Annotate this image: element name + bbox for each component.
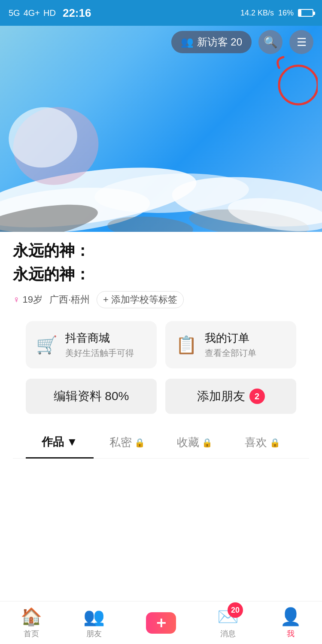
location-label: 广西·梧州 xyxy=(49,293,90,306)
add-friend-button[interactable]: 添加朋友 2 xyxy=(165,379,296,414)
profile-section: 永远的神： 永远的神： ♀ 19岁 广西·梧州 + 添加学校等标签 🛒 抖音商城… xyxy=(0,232,322,459)
profile-name-2: 永远的神： xyxy=(13,264,309,285)
signal-info: 5G 4G+ HD 22:16 xyxy=(9,6,91,20)
shop-card[interactable]: 🛒 抖音商城 美好生活触手可得 xyxy=(26,321,157,368)
tab-private-label: 私密 xyxy=(109,435,132,450)
profile-nav-icon: 👤 xyxy=(280,607,301,627)
visitor-button[interactable]: 👥 新访客 20 xyxy=(171,31,252,53)
location-tag: 广西·梧州 xyxy=(49,293,90,306)
menu-button[interactable]: ☰ xyxy=(289,30,313,54)
tab-favorites[interactable]: 收藏 🔒 xyxy=(161,427,229,458)
age-tag: ♀ 19岁 xyxy=(13,293,43,306)
home-label: 首页 xyxy=(24,629,39,639)
orders-text: 我的订单 查看全部订单 xyxy=(205,331,256,359)
profile-banner: 👥 新访客 20 🔍 ☰ xyxy=(0,26,322,232)
nav-add[interactable]: ＋ xyxy=(146,612,176,634)
tab-likes[interactable]: 喜欢 🔒 xyxy=(229,427,297,458)
messages-badge: 20 xyxy=(228,602,243,618)
signal-5g: 5G xyxy=(9,8,20,18)
search-button[interactable]: 🔍 xyxy=(258,30,283,54)
add-tag-button[interactable]: + 添加学校等标签 xyxy=(97,291,184,308)
tab-private[interactable]: 私密 🔒 xyxy=(94,427,161,458)
profile-nav-label: 我 xyxy=(287,629,295,639)
profile-tags: ♀ 19岁 广西·梧州 + 添加学校等标签 xyxy=(13,291,309,308)
nav-profile[interactable]: 👤 我 xyxy=(280,607,301,639)
visitor-icon: 👥 xyxy=(181,36,194,48)
favorites-lock-icon: 🔒 xyxy=(202,437,213,448)
search-icon: 🔍 xyxy=(264,36,277,49)
shop-icon: 🛒 xyxy=(36,335,58,355)
bottom-navigation: 🏠 首页 👥 朋友 ＋ ✉️ 20 消息 👤 我 xyxy=(0,601,322,644)
nav-home[interactable]: 🏠 首页 xyxy=(21,607,42,639)
nav-messages[interactable]: ✉️ 20 消息 xyxy=(217,607,239,639)
shop-title: 抖音商城 xyxy=(65,331,134,346)
signal-4g: 4G+ xyxy=(24,8,40,18)
edit-profile-button[interactable]: 编辑资料 80% xyxy=(26,379,157,414)
add-button[interactable]: ＋ xyxy=(146,612,176,634)
visitor-label: 新访客 20 xyxy=(197,35,242,49)
friends-icon: 👥 xyxy=(83,607,105,627)
action-cards: 🛒 抖音商城 美好生活触手可得 📋 我的订单 查看全部订单 xyxy=(26,321,296,368)
likes-lock-icon: 🔒 xyxy=(270,437,280,448)
top-action-bar: 👥 新访客 20 🔍 ☰ xyxy=(171,30,313,54)
hd-label: HD xyxy=(43,8,56,18)
nav-friends[interactable]: 👥 朋友 xyxy=(83,607,105,639)
add-friend-badge: 2 xyxy=(249,389,265,404)
add-tag-label: + 添加学校等标签 xyxy=(103,293,177,306)
tab-favorites-label: 收藏 xyxy=(177,435,199,450)
messages-label: 消息 xyxy=(220,629,236,639)
private-lock-icon: 🔒 xyxy=(134,437,145,448)
orders-card[interactable]: 📋 我的订单 查看全部订单 xyxy=(165,321,296,368)
shop-text: 抖音商城 美好生活触手可得 xyxy=(65,331,134,359)
battery-percent: 16% xyxy=(278,9,294,18)
battery-icon xyxy=(298,9,313,17)
time: 22:16 xyxy=(63,6,91,20)
network-speed: 14.2 KB/s xyxy=(240,9,274,18)
add-icon: ＋ xyxy=(153,612,169,633)
tab-works-label: 作品 xyxy=(42,434,64,450)
brush-decoration xyxy=(0,26,322,232)
orders-subtitle: 查看全部订单 xyxy=(205,347,256,359)
system-icons: 14.2 KB/s 16% xyxy=(240,9,313,18)
gender-icon: ♀ xyxy=(13,294,20,305)
orders-icon: 📋 xyxy=(176,335,197,355)
menu-icon: ☰ xyxy=(297,36,307,49)
tab-works[interactable]: 作品 ▼ xyxy=(26,427,94,459)
age-label: 19岁 xyxy=(23,293,43,306)
home-icon: 🏠 xyxy=(21,607,42,627)
status-bar: 5G 4G+ HD 22:16 14.2 KB/s 16% xyxy=(0,0,322,26)
content-tabs: 作品 ▼ 私密 🔒 收藏 🔒 喜欢 🔒 xyxy=(13,427,309,459)
profile-name-1: 永远的神： xyxy=(13,240,309,261)
action-buttons-row: 编辑资料 80% 添加朋友 2 xyxy=(26,379,296,414)
add-friend-label: 添加朋友 xyxy=(197,388,245,404)
battery-fill xyxy=(299,10,301,16)
tab-works-arrow: ▼ xyxy=(67,435,78,449)
tab-likes-label: 喜欢 xyxy=(245,435,267,450)
friends-label: 朋友 xyxy=(86,629,102,639)
shop-subtitle: 美好生活触手可得 xyxy=(65,347,134,359)
orders-title: 我的订单 xyxy=(205,331,256,346)
